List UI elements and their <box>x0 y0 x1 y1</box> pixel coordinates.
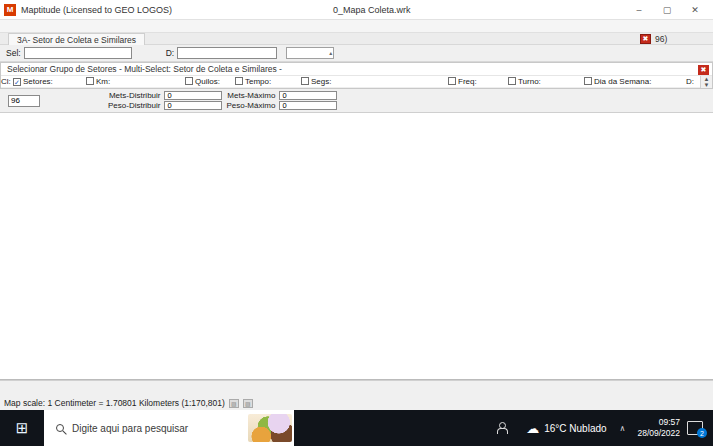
windows-taskbar: ⊞ Digite aqui para pesquisar ☁ 16°C Nubl… <box>0 410 713 446</box>
panel-header: Selecionar Grupo de Setores - Multi-Sele… <box>1 63 712 76</box>
col-d: D: <box>686 77 700 86</box>
weather-text: 16°C Nublado <box>544 423 606 434</box>
sector-toolbar: Mets-Distribuir Mets-Máximo Peso-Distrib… <box>0 89 713 113</box>
search-seasonal-image[interactable] <box>248 414 292 442</box>
mets-maximo-input[interactable] <box>279 91 337 100</box>
title-bar: M Maptitude (Licensed to GEO LOGOS) 0_Ma… <box>0 0 713 20</box>
status-bar: Map scale: 1 Centimeter = 1.70801 Kilome… <box>0 396 713 410</box>
col-setores[interactable]: Cl: ✓Setores: <box>1 77 73 86</box>
map-toolbar <box>0 380 713 396</box>
mets-maximo-label: Mets-Máximo <box>226 91 275 100</box>
mets-distribuir-label: Mets-Distribuir <box>108 91 160 100</box>
weather-widget[interactable]: ☁ 16°C Nublado <box>526 421 606 436</box>
status-icon-2[interactable]: ▨ <box>243 399 253 408</box>
taskbar-search[interactable]: Digite aqui para pesquisar <box>44 410 294 446</box>
selection-toolbar: Sel: D: ▴ <box>0 45 713 62</box>
taskbar-clock[interactable]: 09:57 28/09/2022 <box>637 417 680 438</box>
action-center-icon[interactable]: 2 <box>687 421 703 435</box>
tray-chevron-icon[interactable]: ∧ <box>620 424 626 433</box>
cloud-icon: ☁ <box>526 421 539 436</box>
map-canvas[interactable] <box>0 113 713 380</box>
status-icon-1[interactable]: ▨ <box>229 399 239 408</box>
tempo-checkbox[interactable] <box>235 77 243 85</box>
peso-distribuir-input[interactable] <box>164 101 222 110</box>
segs-checkbox[interactable] <box>301 77 309 85</box>
search-icon <box>56 424 64 432</box>
selection-combo[interactable]: ▴ <box>286 47 334 59</box>
peso-distribuir-label: Peso-Distribuir <box>108 101 160 110</box>
col-km[interactable]: Km: <box>73 77 185 86</box>
child-tab-row: 3A- Setor de Coleta e Similares ✖ 96) <box>0 33 713 45</box>
col-turno[interactable]: Turno: <box>508 77 584 86</box>
window-title: Maptitude (Licensed to GEO LOGOS) <box>21 5 172 15</box>
d-label: D: <box>166 48 175 58</box>
sel-label: Sel: <box>6 48 21 58</box>
quilos-checkbox[interactable] <box>185 77 193 85</box>
mets-distribuir-input[interactable] <box>164 91 222 100</box>
tab-close-icon[interactable]: ✖ <box>640 34 651 44</box>
sector-selection-panel: Selecionar Grupo de Setores - Multi-Sele… <box>0 62 713 89</box>
distribution-fields: Mets-Distribuir Mets-Máximo Peso-Distrib… <box>108 91 337 110</box>
document-name: 0_Mapa Coleta.wrk <box>333 5 411 15</box>
selection-count-badge: 96) <box>655 34 667 44</box>
km-checkbox[interactable] <box>86 77 94 85</box>
maximize-button[interactable]: ▢ <box>653 0 681 20</box>
freq-checkbox[interactable] <box>448 77 456 85</box>
panel-close-icon[interactable]: ✖ <box>698 65 709 75</box>
dia-checkbox[interactable] <box>584 77 592 85</box>
close-button[interactable]: ✕ <box>681 0 709 20</box>
peso-maximo-input[interactable] <box>279 101 337 110</box>
combo-arrow-icon[interactable]: ▴ <box>329 49 332 56</box>
col-quilos[interactable]: Quilos: <box>185 77 235 86</box>
menu-bar <box>0 20 713 33</box>
notification-badge: 2 <box>697 428 707 438</box>
count-input[interactable] <box>8 95 40 107</box>
scroll-down-icon[interactable]: ▼ <box>704 82 710 88</box>
col-freq[interactable]: Freq: <box>408 77 508 86</box>
table-scrollbar[interactable]: ▲ ▼ <box>700 76 712 88</box>
column-header-row: Cl: ✓Setores: Km: Quilos: Tempo: Segs: F… <box>1 76 712 88</box>
date-text: 28/09/2022 <box>637 428 680 438</box>
minimize-button[interactable]: – <box>625 0 653 20</box>
turno-checkbox[interactable] <box>508 77 516 85</box>
system-tray: ☁ 16°C Nublado ∧ 09:57 28/09/2022 2 <box>488 410 713 446</box>
map-window-tab[interactable]: 3A- Setor de Coleta e Similares <box>8 33 145 45</box>
col-segs[interactable]: Segs: <box>301 77 344 86</box>
time-text: 09:57 <box>659 417 680 427</box>
people-icon[interactable] <box>496 422 510 434</box>
col-dia[interactable]: Dia da Semana: <box>584 77 664 86</box>
sel-input[interactable] <box>24 47 132 59</box>
d-input[interactable] <box>177 47 277 59</box>
map-scale-text: Map scale: 1 Centimeter = 1.70801 Kilome… <box>4 398 225 408</box>
col-tempo[interactable]: Tempo: <box>235 77 301 86</box>
maptitude-app-icon: M <box>4 4 16 16</box>
start-button[interactable]: ⊞ <box>0 410 44 446</box>
peso-maximo-label: Peso-Máximo <box>226 101 275 110</box>
search-placeholder: Digite aqui para pesquisar <box>72 423 248 434</box>
setores-checkbox[interactable]: ✓ <box>13 78 21 86</box>
